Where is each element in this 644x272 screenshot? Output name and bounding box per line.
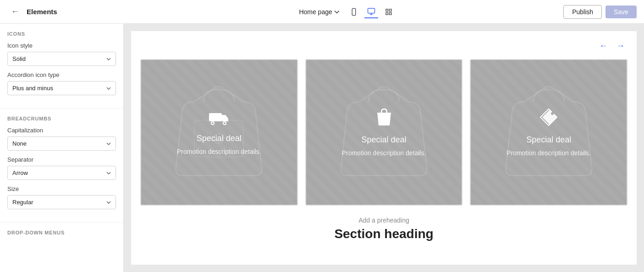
truck-icon (209, 110, 229, 129)
promo-card-2[interactable]: Special deal Promotion description detai… (305, 59, 463, 206)
card-2-title: Special deal (361, 135, 406, 145)
icon-style-label: Icon style (7, 42, 116, 49)
accordion-icon-type-label: Accordion icon type (7, 71, 116, 78)
promo-card-3[interactable]: Special deal Promotion description detai… (470, 59, 627, 206)
card-3-title: Special deal (526, 135, 571, 145)
sidebar-section-icons: ICONS Icon style Solid Outline Duotone A… (0, 31, 123, 109)
sidebar-section-dropdowns: DROP-DOWN MENUS (0, 230, 123, 248)
page-selector[interactable]: Home page (299, 8, 339, 16)
back-button[interactable]: ← (7, 5, 23, 18)
size-label: Size (7, 185, 116, 192)
shopping-bag-icon (376, 108, 392, 131)
custom-view-icon (385, 8, 393, 16)
breadcrumbs-section-title: BREADCRUMBS (7, 116, 116, 121)
next-arrow-button[interactable]: → (614, 40, 627, 52)
separator-select[interactable]: Arrow Slash Dot Pipe (7, 166, 116, 180)
separator-field: Separator Arrow Slash Dot Pipe (7, 156, 116, 185)
sidebar: ICONS Icon style Solid Outline Duotone A… (0, 24, 124, 272)
icons-section-title: ICONS (7, 31, 116, 37)
size-select[interactable]: Small Regular Large (7, 195, 116, 209)
card-2-desc: Promotion description details. (342, 149, 426, 157)
mobile-view-button[interactable] (347, 5, 361, 18)
card-1-title: Special deal (197, 134, 242, 143)
svg-point-12 (551, 112, 554, 115)
promo-card-1[interactable]: Special deal Promotion description detai… (140, 59, 298, 206)
prev-arrow-button[interactable]: ← (596, 40, 610, 52)
size-field: Size Small Regular Large (7, 185, 116, 215)
card-3-desc: Promotion description details. (506, 149, 591, 157)
card-content-2: Special deal Promotion description detai… (335, 101, 434, 164)
icon-style-field: Icon style Solid Outline Duotone (7, 42, 116, 71)
header-right: Publish Save (563, 5, 637, 19)
cards-row: Special deal Promotion description detai… (140, 59, 627, 206)
icon-style-select[interactable]: Solid Outline Duotone (7, 52, 116, 66)
header-center: Home page (137, 5, 558, 18)
chevron-down-icon (334, 9, 340, 15)
accordion-icon-type-field: Accordion icon type Plus and minus Arrow… (7, 71, 116, 101)
desktop-icon (367, 7, 375, 16)
separator-label: Separator (7, 156, 116, 163)
section-heading-text: Section heading (140, 227, 627, 241)
svg-rect-7 (209, 113, 222, 121)
svg-rect-2 (368, 8, 374, 13)
nav-arrows: ← → (140, 40, 627, 52)
desktop-view-button[interactable] (364, 5, 378, 18)
capitalization-select[interactable]: None Uppercase Lowercase Title case (7, 136, 116, 151)
header-left: ← Elements (7, 5, 131, 18)
svg-point-10 (212, 122, 214, 124)
canvas: ← → (124, 24, 644, 272)
capitalization-field: Capitalization None Uppercase Lowercase … (7, 127, 116, 156)
custom-view-button[interactable] (382, 5, 396, 18)
accordion-icon-type-select[interactable]: Plus and minus Arrow Chevron (7, 81, 116, 95)
section-info: Add a preheading Section heading (140, 217, 627, 241)
price-tag-icon (539, 108, 558, 131)
page-title: Elements (27, 8, 57, 16)
capitalization-label: Capitalization (7, 127, 116, 134)
mobile-icon (350, 8, 358, 16)
view-icons (347, 5, 396, 18)
card-content-1: Special deal Promotion description detai… (170, 103, 269, 163)
publish-button[interactable]: Publish (563, 5, 602, 19)
preheading-text: Add a preheading (140, 217, 627, 224)
sidebar-section-breadcrumbs: BREADCRUMBS Capitalization None Uppercas… (0, 116, 123, 223)
header: ← Elements Home page Publish Save (0, 0, 644, 24)
page-selector-label: Home page (299, 8, 332, 16)
svg-rect-0 (352, 8, 356, 15)
card-content-3: Special deal Promotion description detai… (499, 101, 598, 164)
svg-point-11 (224, 122, 226, 124)
card-1-desc: Promotion description details. (177, 148, 261, 155)
save-button[interactable]: Save (605, 5, 637, 18)
dropdowns-section-title: DROP-DOWN MENUS (7, 230, 116, 235)
canvas-inner: ← → (131, 31, 637, 265)
main-layout: ICONS Icon style Solid Outline Duotone A… (0, 24, 644, 272)
